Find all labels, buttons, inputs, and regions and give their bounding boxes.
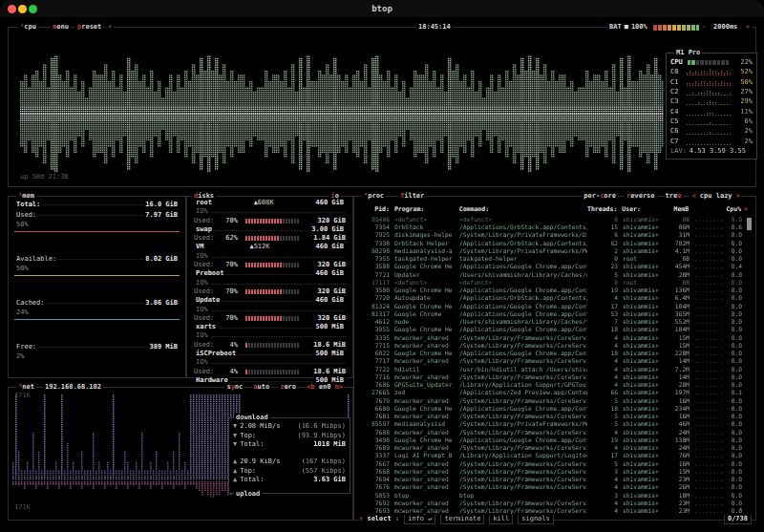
process-row[interactable]: 7688mcworker_shared/System/Library/Frame… bbox=[358, 429, 750, 436]
process-row[interactable]: 3337Logi AI Prompt B/Library/Application… bbox=[358, 453, 750, 460]
sort-selector[interactable]: < cpu lazy > bbox=[690, 192, 742, 201]
process-row[interactable]: 7717mcworker_shared/System/Library/Frame… bbox=[358, 358, 750, 366]
sort-indicator[interactable]: + bbox=[744, 205, 748, 213]
process-program: Logi AI Prompt B bbox=[394, 452, 456, 459]
interface-next-icon[interactable]: n> bbox=[335, 383, 343, 391]
process-row[interactable]: 81324Google Chrome He/Applications/Googl… bbox=[358, 303, 750, 310]
interface-selector[interactable]: <b en0 n> bbox=[305, 383, 345, 392]
process-row[interactable]: 7689mcworker_shared/System/Library/Frame… bbox=[358, 444, 750, 452]
process-program: hdiutil bbox=[394, 366, 456, 373]
process-mem: 16M bbox=[667, 397, 690, 405]
process-pid: 7676 bbox=[358, 483, 390, 491]
info-button[interactable]: info ↵ bbox=[404, 515, 435, 524]
process-mem: 454M bbox=[667, 263, 690, 270]
process-row[interactable]: 7355taskgated-helpertaskgated-helper0roo… bbox=[358, 255, 750, 263]
terminate-button[interactable]: terminate bbox=[440, 515, 484, 524]
process-row[interactable]: 4612node/Users/shivammishra/Library/Cach… bbox=[358, 318, 750, 326]
process-mem: 136M bbox=[667, 287, 690, 294]
memory-stat-value: 3.86 GiB bbox=[143, 298, 180, 309]
process-row[interactable]: 3588Google Chrome He/Applications/Google… bbox=[358, 264, 750, 271]
process-cpu-graph: ......... bbox=[694, 420, 723, 428]
process-row[interactable]: 7686GPGSuite_Updater/Library/Application… bbox=[358, 381, 750, 389]
process-row[interactable]: 81317Google Chrome/Applications/Google C… bbox=[358, 310, 750, 318]
process-row[interactable]: 98298mediaanalysisd-a/System/Library/Pri… bbox=[358, 247, 750, 255]
process-row[interactable]: 3955Google Chrome He/Applications/Google… bbox=[358, 327, 750, 334]
preset-next-button[interactable]: + bbox=[106, 23, 114, 32]
reverse-button[interactable]: reverse bbox=[625, 192, 657, 201]
process-row[interactable]: 7720Autoupdate/Applications/OrbStack.app… bbox=[358, 295, 750, 303]
process-row[interactable]: 89486<defunct><defunct>0shivammis+0B....… bbox=[358, 216, 750, 223]
process-program: <defunct> bbox=[394, 216, 456, 223]
process-row[interactable]: 27665zed/Applications/Zed Preview.app/Co… bbox=[358, 390, 750, 397]
scrollbar-thumb[interactable] bbox=[747, 218, 752, 230]
process-row[interactable]: 7667mcworker_shared/System/Library/Frame… bbox=[358, 460, 750, 468]
process-row[interactable]: 7694mcworker_shared/System/Library/Frame… bbox=[358, 476, 750, 483]
process-row[interactable]: 17117<defunct><defunct>0root0B.........0… bbox=[358, 279, 750, 287]
process-row[interactable]: 5853btopbtop3shivammis+18M.........0.0 bbox=[358, 492, 750, 500]
tree-button[interactable]: tree bbox=[664, 192, 684, 201]
process-mem: 16M bbox=[667, 460, 690, 468]
process-command: /System/Library/Frameworks/CoreServi bbox=[459, 334, 587, 342]
process-cpu-graph: ......... bbox=[694, 500, 723, 507]
memory-stat-value: 389 MiB bbox=[147, 342, 180, 352]
menu-button[interactable]: menu bbox=[51, 23, 71, 32]
process-row[interactable]: 3335mcworker_shared/System/Library/Frame… bbox=[358, 334, 750, 342]
disks-box: disks io root▲608K460 GiBIO%Used:70%320 … bbox=[186, 196, 353, 378]
process-pid: 4612 bbox=[358, 318, 390, 326]
process-program: taskgated-helper bbox=[394, 255, 456, 263]
process-pid: 7717 bbox=[358, 357, 390, 365]
preset-button[interactable]: preset bbox=[75, 23, 103, 32]
process-row[interactable]: 7681mcworker_shared/System/Library/Frame… bbox=[358, 413, 750, 420]
process-user: shivammis+ bbox=[623, 263, 667, 270]
disk-io-label: IO% bbox=[194, 358, 210, 367]
process-row[interactable]: 7338OrbStack Helper/Applications/OrbStac… bbox=[358, 240, 750, 247]
process-row[interactable]: 3498Google Chrome He/Applications/Google… bbox=[358, 436, 750, 444]
signals-button[interactable]: signals bbox=[518, 515, 554, 524]
: nc bbox=[235, 383, 243, 391]
process-row[interactable]: 7716mcworker_shared/System/Library/Frame… bbox=[358, 373, 750, 381]
process-pid: 81324 bbox=[358, 303, 390, 310]
sync-button[interactable]: sync bbox=[224, 383, 244, 392]
process-pid: 7715 bbox=[358, 342, 390, 350]
process-row[interactable]: 7679mcworker_shared/System/Library/Frame… bbox=[358, 397, 750, 405]
auto-button[interactable]: auto bbox=[251, 383, 271, 392]
process-mem: 28M bbox=[667, 381, 690, 389]
memory-stat-row: Available:8.02 GiB bbox=[14, 254, 180, 265]
window-titlebar[interactable]: btop bbox=[0, 0, 764, 17]
process-command: /System/Library/PrivateFrameworks/Di bbox=[459, 231, 587, 239]
disk-io-rate: ▲608K bbox=[214, 199, 314, 207]
process-row[interactable]: 7722hdiutil/usr/bin/hdiutil attach /User… bbox=[358, 366, 750, 373]
process-row[interactable]: 7354OrbStack/Applications/OrbStack.app/C… bbox=[358, 223, 750, 231]
load-average-row: LAV: 4.53 3.59 3.55 bbox=[667, 146, 756, 156]
process-cpu: 0.0 bbox=[723, 381, 742, 389]
process-threads: 17 bbox=[587, 452, 618, 459]
process-row[interactable]: 7715mcworker_shared/System/Library/Frame… bbox=[358, 342, 750, 350]
zero-button[interactable]: zero bbox=[278, 383, 298, 392]
process-pid: 3955 bbox=[358, 326, 390, 333]
process-row[interactable]: 7721Updater/Users/shivammishra/Library/C… bbox=[358, 271, 750, 279]
transfer-arrow-icon: ▼ bbox=[233, 432, 237, 441]
kill-button[interactable]: kill bbox=[489, 515, 513, 524]
process-row[interactable]: 3580Google Chrome He/Applications/Google… bbox=[358, 287, 750, 294]
filter-button[interactable]: filter bbox=[398, 192, 426, 201]
process-command: /Applications/OrbStack.app/Contents/ bbox=[459, 223, 587, 231]
process-user: shivammis+ bbox=[623, 389, 667, 396]
process-threads: 4 bbox=[587, 429, 618, 436]
process-row[interactable]: 7692mcworker_shared/System/Library/Frame… bbox=[358, 500, 750, 507]
process-row[interactable]: 6822Google Chrome He/Applications/Google… bbox=[358, 350, 750, 357]
process-row[interactable]: 6680Google Chrome He/Applications/Google… bbox=[358, 405, 750, 413]
interval-decrease-button[interactable]: - bbox=[701, 23, 705, 31]
interval-increase-button[interactable]: + bbox=[746, 23, 750, 31]
sort-next-icon[interactable]: > bbox=[736, 192, 740, 200]
select-label: select bbox=[367, 515, 391, 522]
process-row[interactable]: 85597mediaanalysisd/System/Library/Priva… bbox=[358, 421, 750, 429]
process-row[interactable]: 7676mcworker_shared/System/Library/Frame… bbox=[358, 484, 750, 492]
per-core-button[interactable]: per-core bbox=[582, 192, 618, 201]
process-row[interactable]: 7925diskimages-helpe/System/Library/Priv… bbox=[358, 232, 750, 240]
select-up-icon[interactable]: ↑ bbox=[359, 515, 363, 522]
scroll-down-icon[interactable]: ↓ bbox=[739, 505, 743, 513]
process-command: /System/Library/Frameworks/CoreServi bbox=[459, 444, 587, 452]
process-user: shivammis+ bbox=[623, 247, 667, 255]
select-down-icon[interactable]: ↓ bbox=[395, 515, 399, 522]
process-row[interactable]: 7668mcworker_shared/System/Library/Frame… bbox=[358, 468, 750, 476]
